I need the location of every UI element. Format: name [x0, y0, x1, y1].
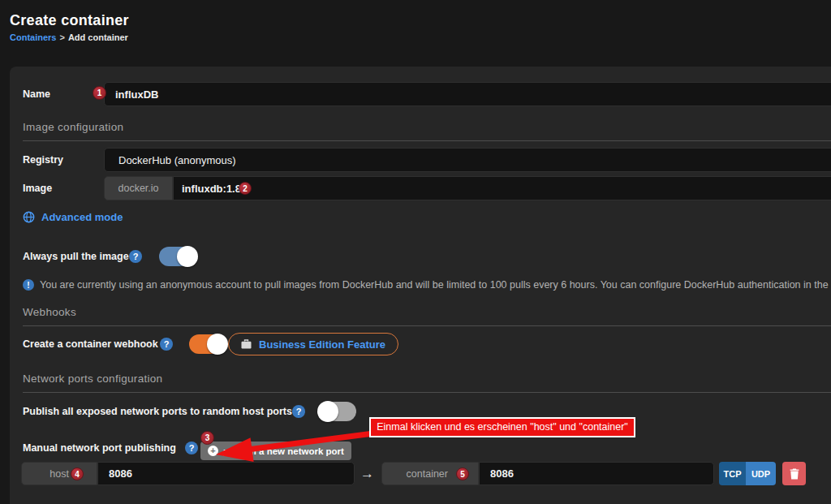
always-pull-help-icon[interactable]: ?: [129, 250, 142, 263]
manual-publishing-label: Manual network port publishing: [23, 442, 176, 454]
publish-all-help-icon[interactable]: ?: [292, 405, 305, 418]
breadcrumb: Containers>Add container: [10, 32, 128, 42]
port-mapping-arrow-icon: →: [360, 462, 374, 485]
create-container-page: Create container Containers>Add containe…: [0, 0, 831, 504]
notice-text: You are currently using an anonymous acc…: [40, 279, 831, 291]
briefcase-icon: [241, 339, 252, 349]
tcp-button[interactable]: TCP: [719, 462, 746, 485]
webhook-toggle[interactable]: [189, 334, 226, 354]
be-feature-badge: Business Edition Feature: [228, 333, 398, 355]
annotation-callout: Einmal klicken und es erscheinen "host" …: [369, 417, 635, 437]
container-port-input[interactable]: [479, 462, 714, 485]
host-addon: host: [21, 462, 97, 485]
name-label: Name: [23, 88, 50, 100]
publish-port-button[interactable]: + publish a new network port: [200, 442, 351, 460]
pull-limit-notice: ! You are currently using an anonymous a…: [23, 279, 831, 291]
publish-port-button-label: publish a new network port: [223, 446, 344, 456]
webhook-label: Create a container webhook: [23, 338, 158, 350]
section-header-image-configuration: Image configuration: [23, 121, 831, 141]
always-pull-toggle[interactable]: [159, 247, 196, 266]
name-input[interactable]: [104, 82, 831, 106]
webhook-help-icon[interactable]: ?: [160, 338, 173, 351]
annotation-badge-1: 1: [93, 86, 106, 100]
publish-all-toggle[interactable]: [319, 402, 356, 421]
breadcrumb-containers-link[interactable]: Containers: [10, 32, 56, 42]
annotation-badge-3: 3: [200, 431, 214, 445]
plus-icon: +: [208, 446, 218, 456]
info-icon: !: [23, 279, 34, 291]
annotation-badge-2: 2: [239, 182, 252, 195]
toggle-knob: [317, 401, 338, 422]
image-input[interactable]: [173, 176, 831, 200]
trash-icon: [790, 468, 799, 480]
annotation-badge-4: 4: [71, 467, 84, 480]
registry-label: Registry: [23, 154, 63, 166]
image-prefix-addon: docker.io: [104, 176, 173, 200]
registry-select[interactable]: [104, 148, 831, 172]
section-header-network-ports: Network ports configuration: [23, 373, 831, 393]
delete-port-button[interactable]: [782, 462, 806, 485]
toggle-knob: [207, 334, 228, 355]
globe-icon: [23, 211, 35, 223]
image-label: Image: [23, 183, 52, 194]
manual-publishing-help-icon[interactable]: ?: [185, 442, 198, 454]
host-port-input[interactable]: [97, 462, 355, 485]
always-pull-label: Always pull the image: [23, 251, 129, 262]
advanced-mode-link[interactable]: Advanced mode: [23, 211, 123, 223]
advanced-mode-label: Advanced mode: [41, 211, 123, 223]
udp-button[interactable]: UDP: [746, 462, 776, 485]
be-feature-label: Business Edition Feature: [259, 338, 385, 351]
breadcrumb-current: Add container: [68, 32, 128, 42]
toggle-knob: [177, 246, 198, 267]
annotation-badge-5: 5: [456, 467, 469, 480]
breadcrumb-separator: >: [59, 32, 64, 42]
page-title: Create container: [10, 12, 129, 29]
section-header-webhooks: Webhooks: [23, 306, 831, 326]
publish-all-label: Publish all exposed network ports to ran…: [23, 406, 292, 417]
